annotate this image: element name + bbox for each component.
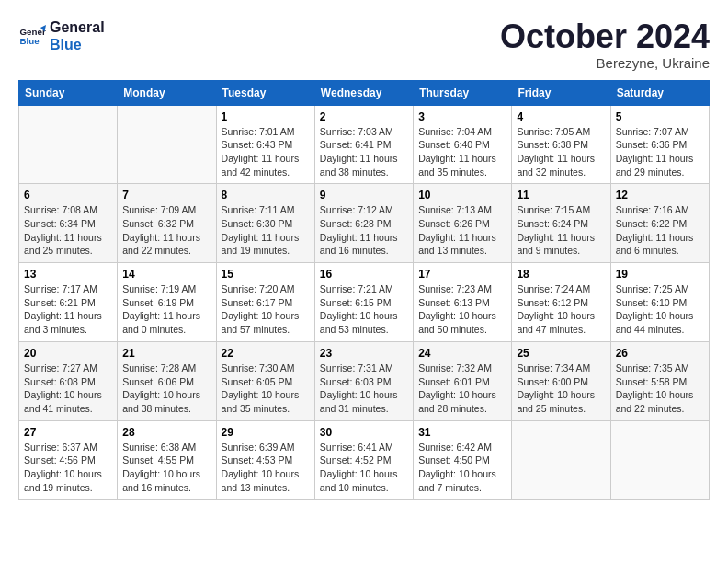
day-info: Sunrise: 7:11 AM Sunset: 6:30 PM Dayligh… <box>222 203 310 258</box>
day-number: 12 <box>616 189 704 201</box>
calendar-cell: 6Sunrise: 7:08 AM Sunset: 6:34 PM Daylig… <box>19 184 118 263</box>
day-number: 30 <box>320 426 408 439</box>
day-info: Sunrise: 7:12 AM Sunset: 6:28 PM Dayligh… <box>320 203 408 258</box>
day-number: 28 <box>122 426 210 439</box>
header-day-tuesday: Tuesday <box>216 80 314 105</box>
calendar-cell: 3Sunrise: 7:04 AM Sunset: 6:40 PM Daylig… <box>414 105 512 184</box>
day-info: Sunrise: 7:21 AM Sunset: 6:15 PM Dayligh… <box>320 282 408 337</box>
calendar-cell: 17Sunrise: 7:23 AM Sunset: 6:13 PM Dayli… <box>414 263 512 342</box>
day-number: 3 <box>418 110 506 123</box>
day-number: 1 <box>222 110 310 123</box>
day-info: Sunrise: 7:31 AM Sunset: 6:03 PM Dayligh… <box>320 362 408 416</box>
day-number: 29 <box>222 426 310 439</box>
day-number: 19 <box>616 268 704 281</box>
day-info: Sunrise: 6:39 AM Sunset: 4:53 PM Dayligh… <box>222 441 310 495</box>
location-subtitle: Berezyne, Ukraine <box>500 55 710 71</box>
logo-line1: General <box>50 18 105 36</box>
calendar-cell: 4Sunrise: 7:05 AM Sunset: 6:38 PM Daylig… <box>512 105 610 184</box>
header-day-monday: Monday <box>118 80 216 105</box>
day-info: Sunrise: 7:25 AM Sunset: 6:10 PM Dayligh… <box>616 282 704 337</box>
day-number: 4 <box>517 110 605 123</box>
calendar-cell: 16Sunrise: 7:21 AM Sunset: 6:15 PM Dayli… <box>314 263 413 342</box>
calendar-cell: 10Sunrise: 7:13 AM Sunset: 6:26 PM Dayli… <box>414 184 512 263</box>
day-info: Sunrise: 7:04 AM Sunset: 6:40 PM Dayligh… <box>418 125 506 179</box>
header-day-sunday: Sunday <box>19 80 118 105</box>
day-number: 21 <box>122 347 210 360</box>
calendar-week-row: 1Sunrise: 7:01 AM Sunset: 6:43 PM Daylig… <box>19 105 710 184</box>
calendar-cell: 9Sunrise: 7:12 AM Sunset: 6:28 PM Daylig… <box>314 184 413 263</box>
calendar-cell: 21Sunrise: 7:28 AM Sunset: 6:06 PM Dayli… <box>118 341 216 420</box>
calendar-week-row: 13Sunrise: 7:17 AM Sunset: 6:21 PM Dayli… <box>19 263 710 342</box>
day-info: Sunrise: 7:20 AM Sunset: 6:17 PM Dayligh… <box>222 282 310 337</box>
day-number: 9 <box>320 189 408 201</box>
day-info: Sunrise: 7:32 AM Sunset: 6:01 PM Dayligh… <box>418 362 506 416</box>
day-info: Sunrise: 7:05 AM Sunset: 6:38 PM Dayligh… <box>517 125 605 179</box>
day-info: Sunrise: 7:09 AM Sunset: 6:32 PM Dayligh… <box>122 203 210 258</box>
day-number: 17 <box>418 268 506 281</box>
calendar-cell: 29Sunrise: 6:39 AM Sunset: 4:53 PM Dayli… <box>216 420 314 500</box>
day-info: Sunrise: 7:35 AM Sunset: 5:58 PM Dayligh… <box>616 362 704 416</box>
day-info: Sunrise: 7:03 AM Sunset: 6:41 PM Dayligh… <box>320 125 408 179</box>
day-number: 24 <box>418 347 506 360</box>
calendar-cell: 19Sunrise: 7:25 AM Sunset: 6:10 PM Dayli… <box>610 263 709 342</box>
header-day-wednesday: Wednesday <box>314 80 413 105</box>
calendar-cell <box>512 420 610 500</box>
day-number: 26 <box>616 347 704 360</box>
day-info: Sunrise: 6:42 AM Sunset: 4:50 PM Dayligh… <box>418 441 506 495</box>
calendar-cell: 23Sunrise: 7:31 AM Sunset: 6:03 PM Dayli… <box>314 341 413 420</box>
day-info: Sunrise: 7:17 AM Sunset: 6:21 PM Dayligh… <box>24 282 112 337</box>
calendar-cell: 15Sunrise: 7:20 AM Sunset: 6:17 PM Dayli… <box>216 263 314 342</box>
calendar-cell: 31Sunrise: 6:42 AM Sunset: 4:50 PM Dayli… <box>414 420 512 500</box>
page-header: General Blue General Blue October 2024 B… <box>18 18 710 71</box>
day-info: Sunrise: 7:30 AM Sunset: 6:05 PM Dayligh… <box>222 362 310 416</box>
day-number: 5 <box>616 110 704 123</box>
header-day-friday: Friday <box>512 80 610 105</box>
calendar-cell: 1Sunrise: 7:01 AM Sunset: 6:43 PM Daylig… <box>216 105 314 184</box>
calendar-cell: 24Sunrise: 7:32 AM Sunset: 6:01 PM Dayli… <box>414 341 512 420</box>
calendar-cell: 5Sunrise: 7:07 AM Sunset: 6:36 PM Daylig… <box>610 105 709 184</box>
calendar-cell: 12Sunrise: 7:16 AM Sunset: 6:22 PM Dayli… <box>610 184 709 263</box>
calendar-cell: 14Sunrise: 7:19 AM Sunset: 6:19 PM Dayli… <box>118 263 216 342</box>
day-number: 20 <box>24 347 112 360</box>
calendar-cell: 28Sunrise: 6:38 AM Sunset: 4:55 PM Dayli… <box>118 420 216 500</box>
day-number: 11 <box>517 189 605 201</box>
day-info: Sunrise: 7:07 AM Sunset: 6:36 PM Dayligh… <box>616 125 704 179</box>
day-info: Sunrise: 7:23 AM Sunset: 6:13 PM Dayligh… <box>418 282 506 337</box>
calendar-week-row: 20Sunrise: 7:27 AM Sunset: 6:08 PM Dayli… <box>19 341 710 420</box>
calendar-cell: 22Sunrise: 7:30 AM Sunset: 6:05 PM Dayli… <box>216 341 314 420</box>
calendar-cell: 2Sunrise: 7:03 AM Sunset: 6:41 PM Daylig… <box>314 105 413 184</box>
day-number: 15 <box>222 268 310 281</box>
day-info: Sunrise: 7:15 AM Sunset: 6:24 PM Dayligh… <box>517 203 605 258</box>
day-info: Sunrise: 7:13 AM Sunset: 6:26 PM Dayligh… <box>418 203 506 258</box>
logo-line2: Blue <box>50 36 105 53</box>
calendar-cell: 27Sunrise: 6:37 AM Sunset: 4:56 PM Dayli… <box>19 420 118 500</box>
day-info: Sunrise: 6:38 AM Sunset: 4:55 PM Dayligh… <box>122 441 210 495</box>
calendar-cell <box>19 105 118 184</box>
calendar-cell: 18Sunrise: 7:24 AM Sunset: 6:12 PM Dayli… <box>512 263 610 342</box>
day-info: Sunrise: 7:01 AM Sunset: 6:43 PM Dayligh… <box>222 125 310 179</box>
calendar-cell <box>118 105 216 184</box>
logo: General Blue General Blue <box>18 18 105 53</box>
day-number: 18 <box>517 268 605 281</box>
calendar-cell: 13Sunrise: 7:17 AM Sunset: 6:21 PM Dayli… <box>19 263 118 342</box>
day-number: 6 <box>24 189 112 201</box>
day-number: 31 <box>418 426 506 439</box>
day-number: 23 <box>320 347 408 360</box>
calendar-cell <box>610 420 709 500</box>
logo-icon: General Blue <box>18 22 46 50</box>
day-number: 25 <box>517 347 605 360</box>
day-number: 27 <box>24 426 112 439</box>
title-block: October 2024 Berezyne, Ukraine <box>500 18 710 71</box>
day-info: Sunrise: 6:37 AM Sunset: 4:56 PM Dayligh… <box>24 441 112 495</box>
day-info: Sunrise: 7:19 AM Sunset: 6:19 PM Dayligh… <box>122 282 210 337</box>
calendar-cell: 20Sunrise: 7:27 AM Sunset: 6:08 PM Dayli… <box>19 341 118 420</box>
day-info: Sunrise: 7:08 AM Sunset: 6:34 PM Dayligh… <box>24 203 112 258</box>
day-number: 22 <box>222 347 310 360</box>
header-day-thursday: Thursday <box>414 80 512 105</box>
calendar-table: SundayMondayTuesdayWednesdayThursdayFrid… <box>18 80 710 500</box>
calendar-cell: 11Sunrise: 7:15 AM Sunset: 6:24 PM Dayli… <box>512 184 610 263</box>
month-title: October 2024 <box>500 18 710 55</box>
day-info: Sunrise: 7:28 AM Sunset: 6:06 PM Dayligh… <box>122 362 210 416</box>
calendar-cell: 7Sunrise: 7:09 AM Sunset: 6:32 PM Daylig… <box>118 184 216 263</box>
header-day-saturday: Saturday <box>610 80 709 105</box>
